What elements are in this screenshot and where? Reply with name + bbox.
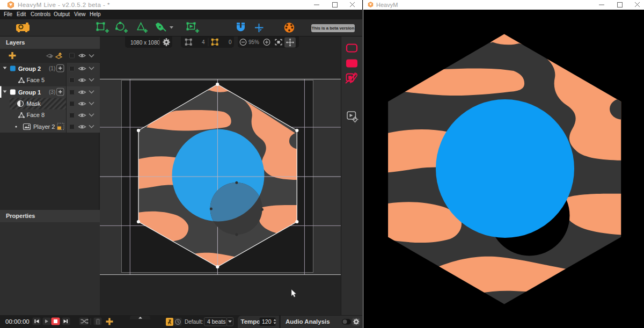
svg-text:Face 8: Face 8 [27,112,45,118]
svg-text:4 beats: 4 beats [207,318,225,325]
svg-text:4: 4 [202,39,205,45]
svg-text:(1): (1) [49,65,55,71]
svg-text:(3): (3) [49,89,55,95]
svg-text:Face 5: Face 5 [27,77,45,83]
svg-text:0: 0 [229,39,232,45]
svg-text:Default:: Default: [185,319,203,325]
svg-text:Tempo: Tempo [241,318,261,325]
svg-text:120: 120 [262,318,272,325]
svg-text:Group 2: Group 2 [18,65,41,72]
svg-text:Player 2: Player 2 [33,123,55,130]
svg-text:Mask: Mask [27,100,41,107]
svg-text:Audio Analysis: Audio Analysis [286,318,330,325]
svg-text:Group 1: Group 1 [18,89,41,96]
svg-text:00:00:00: 00:00:00 [5,318,30,325]
svg-text:95%: 95% [248,39,259,45]
svg-text:1080 x 1080: 1080 x 1080 [130,40,160,46]
